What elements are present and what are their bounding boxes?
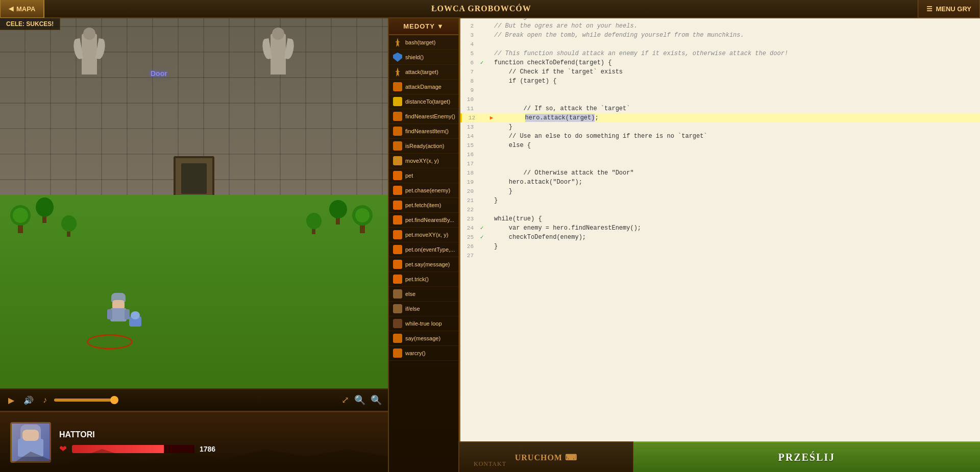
code-line-2[interactable]: 2// But the ogres are hot on your heels. xyxy=(460,21,980,31)
line-number-21: 21 xyxy=(462,196,478,205)
methods-header: MEDOTY ▼ xyxy=(389,18,458,35)
code-content-24: var enemy = hero.findNearestEnemy(); xyxy=(494,223,978,233)
method-pet[interactable]: pet xyxy=(389,168,458,183)
code-line-19[interactable]: 19 hero.attack("Door"); xyxy=(460,178,980,187)
line-number-15: 15 xyxy=(462,141,478,150)
method-whileTrue[interactable]: while-true loop xyxy=(389,316,458,331)
method-say[interactable]: say(message) xyxy=(389,331,458,346)
code-content-14: // Use an else to do something if there … xyxy=(494,132,978,141)
line-number-18: 18 xyxy=(462,168,478,178)
methods-dropdown[interactable]: ▼ xyxy=(437,22,444,30)
code-content-3: // Break open the tomb, while defending … xyxy=(494,31,978,40)
line-arrow-12: ▶ xyxy=(487,113,496,122)
code-content-6: function checkToDefend(target) { xyxy=(494,58,978,67)
objectives-bar: CELE: SUKCES! xyxy=(0,18,60,30)
contact-label[interactable]: KONTAKT xyxy=(474,460,506,468)
code-line-13[interactable]: 13 } xyxy=(460,122,980,132)
method-isReady[interactable]: isReady(action) xyxy=(389,139,458,154)
method-icon-moveXY xyxy=(393,156,402,165)
code-content-23: while(true) { xyxy=(494,214,978,223)
method-findNearestEnemy[interactable]: findNearestEnemy() xyxy=(389,109,458,124)
code-content-21: } xyxy=(494,196,978,205)
method-label-whileTrue: while-true loop xyxy=(405,320,442,327)
code-line-24[interactable]: 24✓ var enemy = hero.findNearestEnemy(); xyxy=(460,223,980,233)
method-icon-say xyxy=(393,334,402,343)
method-attack[interactable]: attack(target) xyxy=(389,65,458,80)
method-label-shield: shield() xyxy=(405,54,424,60)
code-line-4[interactable]: 4 xyxy=(460,40,980,49)
line-number-20: 20 xyxy=(462,187,478,196)
code-line-3[interactable]: 3// Break open the tomb, while defending… xyxy=(460,31,980,40)
zoom-in-button[interactable]: 🔍 xyxy=(354,394,365,406)
line-number-12: 12 xyxy=(464,113,479,122)
code-editor[interactable]: JĘZYK PROGRAMOWANIA: JavaScript 1// A fo… xyxy=(459,0,980,441)
health-value: 1786 xyxy=(200,445,215,453)
code-line-25[interactable]: 25✓ checkToDefend(enemy); xyxy=(460,233,980,242)
code-line-9[interactable]: 9 xyxy=(460,86,980,95)
method-icon-attack xyxy=(393,67,402,77)
top-bar: ◀ MAPA ŁOWCA GROBOWCÓW ☰ MENU GRY xyxy=(0,0,980,18)
method-else[interactable]: else xyxy=(389,287,458,302)
code-lines: 1// A forgotten tomb in the forest!2// B… xyxy=(460,0,980,260)
method-label-petMoveXY: pet.moveXY(x, y) xyxy=(405,232,448,238)
method-petChase[interactable]: pet.chase(enemy) xyxy=(389,183,458,198)
method-warcry[interactable]: warcry() xyxy=(389,346,458,361)
method-icon-petChase xyxy=(393,186,402,195)
method-label-petChase: pet.chase(enemy) xyxy=(405,187,450,193)
line-check-6: ✓ xyxy=(478,58,486,67)
method-findNearestItem[interactable]: findNearestItem() xyxy=(389,124,458,139)
code-line-18[interactable]: 18 // Otherwise attack the "Door" xyxy=(460,168,980,178)
line-number-7: 7 xyxy=(462,67,478,77)
method-icon-petMoveXY xyxy=(393,230,402,239)
code-line-23[interactable]: 23while(true) { xyxy=(460,214,980,223)
method-bash[interactable]: bash(target) xyxy=(389,35,458,50)
code-line-6[interactable]: 6✓function checkToDefend(target) { xyxy=(460,58,980,67)
method-label-isReady: isReady(action) xyxy=(405,143,444,149)
code-line-12[interactable]: 12▶ hero.attack(target); xyxy=(460,113,980,122)
code-content-26: } xyxy=(494,242,978,251)
method-petOn[interactable]: pet.on(eventType,... xyxy=(389,242,458,257)
method-ifElse[interactable]: if/else xyxy=(389,302,458,316)
method-petTrick[interactable]: pet.trick() xyxy=(389,272,458,287)
method-label-pet: pet xyxy=(405,172,413,179)
method-attackDamage[interactable]: attackDamage xyxy=(389,80,458,94)
line-number-8: 8 xyxy=(462,77,478,86)
code-content-8: if (target) { xyxy=(494,77,978,86)
method-petMoveXY[interactable]: pet.moveXY(x, y) xyxy=(389,228,458,242)
game-area: Door xyxy=(0,18,388,411)
code-line-16[interactable]: 16 xyxy=(460,150,980,159)
code-line-10[interactable]: 10 xyxy=(460,95,980,104)
method-shield[interactable]: shield() xyxy=(389,50,458,65)
code-line-15[interactable]: 15 else { xyxy=(460,141,980,150)
code-line-11[interactable]: 11 // If so, attack the `target` xyxy=(460,104,980,113)
method-petFetch[interactable]: pet.fetch(item) xyxy=(389,198,458,213)
line-number-17: 17 xyxy=(462,159,478,168)
music-button[interactable]: ♪ xyxy=(41,394,49,406)
code-content-20: } xyxy=(494,187,978,196)
code-line-27[interactable]: 27 xyxy=(460,251,980,260)
method-petSay[interactable]: pet.say(message) xyxy=(389,257,458,272)
menu-button[interactable]: ☰ MENU GRY xyxy=(918,0,980,18)
code-line-17[interactable]: 17 xyxy=(460,159,980,168)
code-line-8[interactable]: 8 if (target) { xyxy=(460,77,980,86)
code-line-21[interactable]: 21} xyxy=(460,196,980,205)
method-label-petTrick: pet.trick() xyxy=(405,276,429,282)
code-line-26[interactable]: 26} xyxy=(460,242,980,251)
code-line-20[interactable]: 20 } xyxy=(460,187,980,196)
line-number-10: 10 xyxy=(462,95,478,104)
map-button[interactable]: ◀ MAPA xyxy=(0,0,44,18)
submit-button[interactable]: PRZEŚLIJ xyxy=(633,441,980,472)
volume-slider[interactable] xyxy=(54,399,115,402)
method-moveXY[interactable]: moveXY(x, y) xyxy=(389,154,458,168)
code-line-14[interactable]: 14 // Use an else to do something if the… xyxy=(460,132,980,141)
sound-button[interactable]: 🔊 xyxy=(21,394,36,406)
play-button[interactable]: ▶ xyxy=(6,394,16,406)
method-petFindNearestBy[interactable]: pet.findNearestBy... xyxy=(389,213,458,228)
zoom-out-button[interactable]: 🔍 xyxy=(371,394,382,406)
code-line-22[interactable]: 22 xyxy=(460,205,980,214)
expand-button[interactable]: ⤢ xyxy=(341,394,349,406)
method-distanceTo[interactable]: distanceTo(target) xyxy=(389,94,458,109)
code-line-5[interactable]: 5// This function should attack an enemy… xyxy=(460,49,980,58)
code-line-7[interactable]: 7 // Check if the `target` exists xyxy=(460,67,980,77)
code-content-18: // Otherwise attack the "Door" xyxy=(494,168,978,178)
